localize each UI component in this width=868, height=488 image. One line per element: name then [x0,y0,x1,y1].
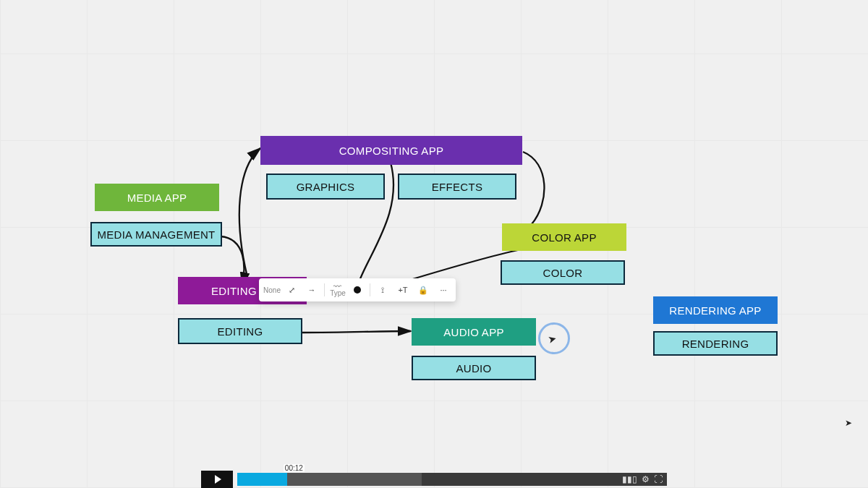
connector-type-button[interactable]: 〰 Type [328,281,346,299]
node-effects[interactable]: EFFECTS [398,174,516,200]
volume-icon[interactable]: ▮▮▯ [622,474,637,484]
node-color[interactable]: COLOR [501,260,625,285]
label: EFFECTS [432,181,482,193]
time-tooltip: 00:12 [284,464,305,472]
played-range [237,473,287,486]
label: MEDIA MANAGEMENT [97,228,215,241]
label: None [263,286,281,294]
line-endpoint-style-button[interactable] [348,281,367,299]
line-style-none-button[interactable]: None [262,281,281,299]
label: EDITING [218,325,263,338]
node-media-app[interactable]: MEDIA APP [95,184,219,211]
label: GRAPHICS [297,181,355,193]
label: AUDIO APP [443,326,504,338]
settings-gear-icon[interactable]: ⚙ [642,474,650,484]
snap-icon: ⟟ [381,286,384,295]
diagram-canvas[interactable]: COMPOSITING APP GRAPHICS EFFECTS MEDIA A… [0,0,868,488]
node-audio[interactable]: AUDIO [412,356,536,380]
label: Type [330,290,346,296]
label: AUDIO [456,362,491,374]
node-rendering-app[interactable]: RENDERING APP [653,296,778,324]
node-audio-app[interactable]: AUDIO APP [412,318,536,346]
label: COLOR APP [532,231,596,244]
label: MEDIA APP [127,192,187,204]
fullscreen-icon[interactable]: ⛶ [654,474,663,484]
label: RENDERING APP [669,304,761,317]
play-button[interactable] [201,471,233,488]
node-graphics[interactable]: GRAPHICS [266,174,385,200]
lock-icon: 🔒 [418,286,428,295]
node-color-app[interactable]: COLOR APP [502,223,626,251]
text-icon: +T [398,286,407,294]
node-snap-button[interactable]: ⟟ [373,281,392,299]
label: COMPOSITING APP [339,145,444,157]
more-icon: ··· [440,286,446,294]
separator [324,283,325,296]
more-button[interactable]: ··· [434,281,453,299]
arrow-right-icon: → [308,286,316,294]
system-cursor-icon: ➤ [845,418,852,428]
label: RENDERING [682,338,749,350]
swap-icon: ⤢ [289,286,295,295]
lock-button[interactable]: 🔒 [414,281,433,299]
filled-circle-icon [354,286,361,294]
node-editing[interactable]: EDITING [178,318,302,344]
add-text-button[interactable]: +T [393,281,412,299]
separator [370,283,370,296]
flip-direction-button[interactable]: ⤢ [282,281,301,299]
arrow-end-button[interactable]: → [302,281,321,299]
node-rendering[interactable]: RENDERING [653,331,778,356]
label: COLOR [543,267,583,279]
video-scrubber[interactable]: 00:12 [237,473,622,486]
connector-toolbar[interactable]: None ⤢ → 〰 Type ⟟ +T 🔒 ··· [259,278,456,301]
video-controls: 00:12 ▮▮▯ ⚙ ⛶ [201,471,667,488]
node-compositing-app[interactable]: COMPOSITING APP [260,136,522,165]
play-icon [215,475,221,484]
node-media-management[interactable]: MEDIA MANAGEMENT [90,222,222,247]
